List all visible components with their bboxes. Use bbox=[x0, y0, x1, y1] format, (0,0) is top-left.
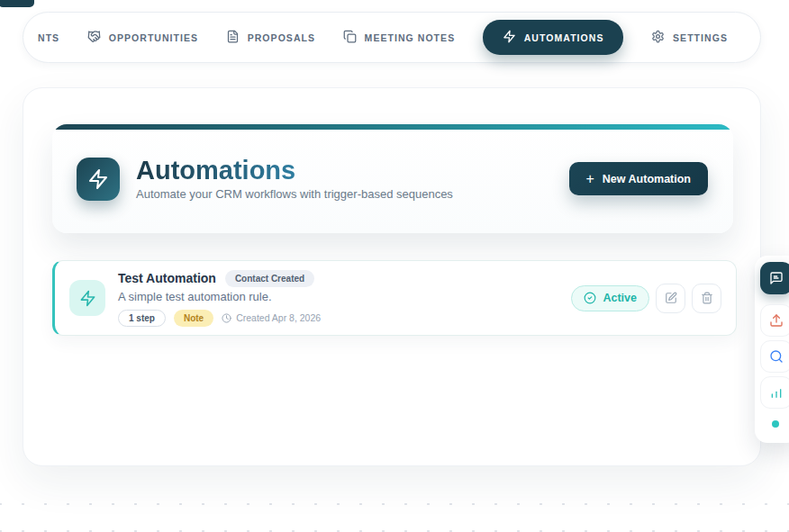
clock-icon bbox=[222, 313, 231, 323]
top-navigation: NTS OPPORTUNITIES PROPOSALS MEETING NOTE… bbox=[23, 12, 761, 63]
search-button[interactable] bbox=[760, 340, 789, 373]
header-content: Automations Automate your CRM workflows … bbox=[52, 130, 733, 231]
nav-item-clients-truncated[interactable]: NTS bbox=[38, 32, 59, 43]
page-title: Automations bbox=[136, 157, 295, 184]
bar-chart-icon bbox=[769, 385, 784, 400]
check-circle-icon bbox=[584, 292, 596, 304]
automation-meta: 1 step Note Created Apr 8, 2026 bbox=[118, 310, 560, 327]
nav-item-proposals[interactable]: PROPOSALS bbox=[226, 30, 315, 45]
nav-item-label: PROPOSALS bbox=[248, 32, 315, 43]
nav-item-label: AUTOMATIONS bbox=[524, 32, 604, 43]
gear-icon bbox=[651, 30, 665, 45]
edit-automation-button[interactable] bbox=[656, 284, 685, 313]
page-subtitle: Automate your CRM workflows with trigger… bbox=[136, 187, 569, 201]
document-icon bbox=[226, 30, 240, 45]
nav-item-settings[interactable]: SETTINGS bbox=[651, 30, 728, 45]
trigger-badge: Contact Created bbox=[225, 270, 314, 287]
automation-details: Test Automation Contact Created A simple… bbox=[118, 270, 560, 327]
floating-side-toolbar bbox=[755, 256, 789, 443]
automation-actions: Active bbox=[571, 284, 721, 313]
steps-count-pill: 1 step bbox=[118, 310, 166, 327]
handshake-icon bbox=[87, 30, 101, 45]
status-label: Active bbox=[603, 292, 637, 304]
upload-icon bbox=[769, 313, 784, 328]
automation-description: A simple test automation rule. bbox=[118, 290, 560, 303]
note-tag-badge: Note bbox=[174, 310, 213, 327]
edit-pencil-icon bbox=[665, 292, 677, 304]
trash-icon bbox=[701, 292, 713, 304]
new-automation-button[interactable]: + New Automation bbox=[569, 162, 709, 195]
delete-automation-button[interactable] bbox=[692, 284, 721, 313]
plus-icon: + bbox=[586, 172, 594, 186]
search-icon bbox=[769, 349, 784, 364]
automation-name: Test Automation bbox=[118, 271, 216, 285]
status-indicator-dot bbox=[772, 420, 779, 428]
created-date: Created Apr 8, 2026 bbox=[222, 312, 321, 323]
analytics-button[interactable] bbox=[760, 376, 789, 409]
automations-panel: Automations Automate your CRM workflows … bbox=[23, 87, 761, 466]
nav-item-label: NTS bbox=[38, 32, 59, 43]
nav-item-label: SETTINGS bbox=[673, 32, 728, 43]
automation-list-item[interactable]: Test Automation Contact Created A simple… bbox=[52, 260, 737, 336]
zap-icon bbox=[69, 280, 105, 316]
new-automation-label: New Automation bbox=[603, 173, 691, 185]
nav-item-meeting-notes[interactable]: MEETING NOTES bbox=[343, 30, 456, 45]
copy-pages-icon bbox=[343, 30, 357, 45]
chat-button[interactable] bbox=[760, 262, 789, 294]
header-text: Automations Automate your CRM workflows … bbox=[136, 157, 569, 201]
automations-zap-icon bbox=[77, 158, 120, 201]
nav-item-label: MEETING NOTES bbox=[365, 32, 456, 43]
cutoff-corner-element bbox=[0, 0, 34, 7]
chat-bubble-icon bbox=[769, 271, 784, 285]
zap-icon bbox=[503, 30, 516, 45]
nav-item-automations-active[interactable]: AUTOMATIONS bbox=[483, 20, 624, 55]
background-dot-pattern bbox=[0, 482, 789, 532]
upload-button[interactable] bbox=[760, 304, 789, 337]
status-toggle-active[interactable]: Active bbox=[571, 285, 649, 311]
automations-header-card: Automations Automate your CRM workflows … bbox=[52, 124, 733, 233]
nav-item-label: OPPORTUNITIES bbox=[109, 32, 198, 43]
nav-item-opportunities[interactable]: OPPORTUNITIES bbox=[87, 30, 198, 45]
